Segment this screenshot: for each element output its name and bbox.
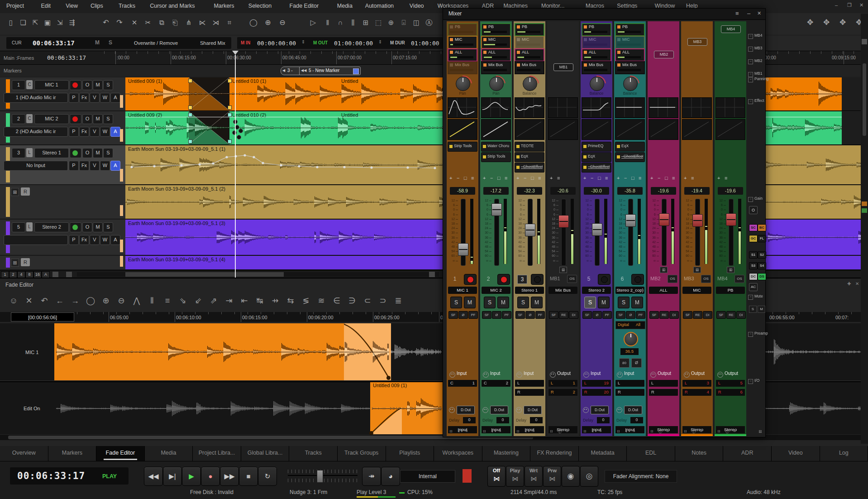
channel-ø-button[interactable]: Ø <box>458 311 468 319</box>
docker-move-icon[interactable]: ✥ <box>821 17 832 28</box>
arrow-left-icon[interactable]: ← <box>53 294 66 307</box>
fade-handle[interactable] <box>228 139 232 144</box>
digital-out-button[interactable]: D.Out <box>524 406 542 414</box>
strip-footer-icon[interactable]: ⊟ <box>650 429 653 433</box>
track-s-button[interactable]: S <box>103 222 113 232</box>
os-button[interactable]: OS <box>734 275 744 283</box>
marker-pill[interactable]: ◀◀ 5 - New Marker <box>299 67 361 75</box>
delay-value-box[interactable]: 0 <box>496 417 509 423</box>
strip-footer-icon[interactable]: ⊟ <box>449 429 453 433</box>
mute-button[interactable]: M <box>598 297 610 308</box>
menu-item-media[interactable]: Media <box>337 3 353 9</box>
fade-handle[interactable] <box>228 79 232 83</box>
fade-out-sym-icon[interactable]: ⇙ <box>192 294 205 307</box>
tab-video[interactable]: Video <box>772 446 820 461</box>
track-number[interactable]: 2 <box>12 114 25 124</box>
track-s-button[interactable]: S <box>103 114 113 124</box>
io-channel-box[interactable]: R <box>515 389 544 396</box>
track-link-button[interactable]: L <box>26 148 33 157</box>
track-s-button[interactable]: S <box>103 80 113 90</box>
strip-footer-icon[interactable]: ⊟ <box>550 429 553 433</box>
play-cursor-icon[interactable]: ▷ <box>308 17 319 28</box>
track-header[interactable]: 3LStereo 1OMSNo InputPFxVWA <box>0 145 125 185</box>
phase-button[interactable]: Ø <box>631 358 642 368</box>
plugin-slot[interactable]: EqX <box>615 142 645 152</box>
close-icon[interactable]: ✕ <box>855 281 859 286</box>
delay-value-box[interactable]: 0 <box>630 417 643 423</box>
plugin-rack-button[interactable]: + <box>516 175 519 181</box>
channel-sf-button[interactable]: SF <box>448 311 458 319</box>
master-ac-button[interactable]: AC <box>749 283 758 291</box>
crosshair-icon[interactable]: ⊕ <box>386 17 396 28</box>
channel-pf-button[interactable]: PF <box>636 311 645 319</box>
asym-icon[interactable]: ≋ <box>315 294 328 307</box>
plugin-slot[interactable]: _GhostEffect_ <box>582 163 611 173</box>
send-slot-mic[interactable]: MIC <box>615 36 645 49</box>
delete-icon[interactable]: ✕ <box>23 294 35 307</box>
channel-sf-button[interactable]: SF <box>515 311 525 319</box>
mute-button[interactable]: M <box>531 297 543 308</box>
track-v-button[interactable]: V <box>90 93 100 103</box>
rewind-button[interactable]: ◀◀ <box>144 467 163 486</box>
plugin-rack-button[interactable]: − <box>658 175 660 181</box>
delay-value-box[interactable]: 0 <box>463 417 476 423</box>
copy-icon[interactable]: ⧉ <box>156 17 167 28</box>
track-m-button[interactable]: M <box>93 222 103 232</box>
track-fx-button[interactable]: Fx <box>79 127 89 137</box>
strip-footer-icon[interactable]: ◂ <box>458 429 459 433</box>
automation-point[interactable] <box>212 162 214 164</box>
marker-s-toggle[interactable]: S <box>109 39 112 46</box>
send-slot-all[interactable]: ALL <box>515 48 544 62</box>
channel-name-box[interactable]: MIC 2 <box>482 287 510 294</box>
save-icon[interactable]: ▣ <box>42 17 53 28</box>
play-level-status[interactable]: Play Level 3 <box>357 489 386 495</box>
zoom-option-button[interactable] <box>66 272 72 277</box>
mixer-menu-icon[interactable]: ≡ <box>735 10 739 17</box>
menu-item-edit[interactable]: Edit <box>41 3 51 9</box>
ruler-format-label[interactable]: Main :Frames <box>4 55 34 61</box>
automation-point[interactable] <box>180 164 182 166</box>
loop-button[interactable]: ↻ <box>258 467 277 486</box>
plugin-rack-button[interactable]: ≡ <box>471 175 474 181</box>
zoom-preset-1[interactable]: 1 <box>1 271 9 278</box>
track-name[interactable]: Stereo 1 <box>34 148 69 158</box>
new-project-icon[interactable]: ▯ <box>5 17 16 28</box>
trim-end-icon[interactable]: ⋊ <box>210 17 221 28</box>
record-arm-button[interactable] <box>598 274 610 285</box>
export-icon[interactable]: ⇲ <box>54 17 65 28</box>
track-link-button[interactable]: C <box>26 80 33 89</box>
io-channel-box[interactable]: L19 <box>582 380 611 387</box>
dynamics-display[interactable] <box>515 119 544 140</box>
plugin-rack-button[interactable]: □ <box>631 175 634 181</box>
shuttle-slider-handle[interactable] <box>317 470 323 483</box>
expand-button[interactable]: ⊞ <box>727 267 734 273</box>
plugin-rack-button[interactable]: □ <box>497 175 501 181</box>
plugin-rack-button[interactable]: − <box>624 175 627 181</box>
channel-name-box[interactable]: MIC <box>682 287 711 294</box>
fader-handle[interactable] <box>491 203 502 216</box>
track-right-channel-button[interactable]: R <box>21 258 30 266</box>
comb-icon[interactable]: ⫼ <box>348 17 358 28</box>
jog-button[interactable]: ◕ <box>381 467 400 486</box>
io-channel-box[interactable]: R20 <box>582 389 611 396</box>
zoom-preset-8[interactable]: 8 <box>25 271 33 278</box>
send-slot-mix-bus[interactable]: Mix Bus <box>582 61 611 74</box>
strip-footer-icon[interactable]: ≡ <box>533 429 535 433</box>
visualizer-icon[interactable]: ◫ <box>411 17 422 28</box>
plugin-rack-button[interactable]: ≡ <box>557 175 560 181</box>
record-indicator[interactable] <box>463 469 472 483</box>
dynamics-display[interactable] <box>481 119 511 140</box>
track-v-button[interactable]: V <box>90 127 100 137</box>
zoom-preset-A[interactable]: A <box>42 271 50 278</box>
track-a-button[interactable]: A <box>110 93 120 103</box>
fader-handle[interactable] <box>458 243 468 256</box>
record-arm-button[interactable] <box>631 274 644 285</box>
arrow-right-icon[interactable]: → <box>69 294 81 307</box>
io-channel-box[interactable]: L <box>649 380 678 387</box>
mute-button[interactable]: M <box>464 297 476 308</box>
mark-in-value[interactable]: 00:00:00:00 <box>257 40 296 47</box>
strip-footer-icon[interactable]: ⊟ <box>684 429 687 433</box>
marker-m-toggle[interactable]: M <box>95 39 100 46</box>
tab-playlists[interactable]: Playlists <box>386 446 434 461</box>
fade-handle[interactable] <box>188 106 192 110</box>
